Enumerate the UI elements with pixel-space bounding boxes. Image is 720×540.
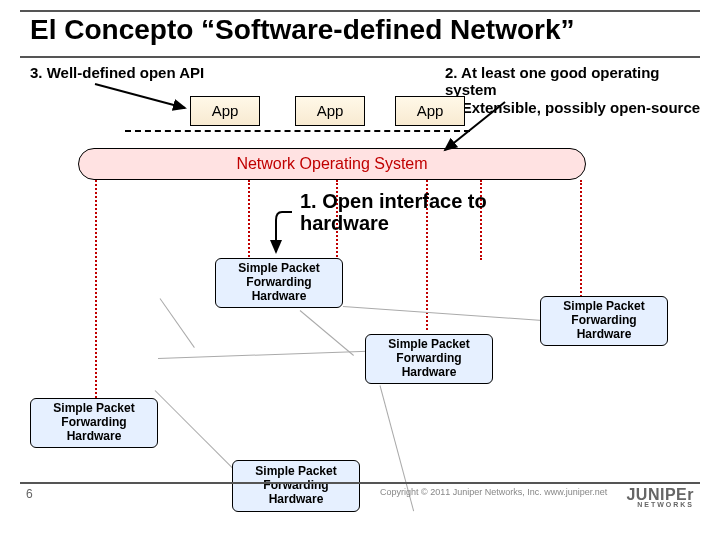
svg-line-0 xyxy=(95,84,185,108)
logo-subtext: NETWORKS xyxy=(626,501,694,508)
divider xyxy=(20,10,700,12)
app-box: App xyxy=(395,96,465,126)
annotation-os-line2: Extensible, possibly open-source xyxy=(462,99,700,116)
control-link xyxy=(248,180,250,260)
hw-link xyxy=(300,310,354,356)
hw-link xyxy=(158,351,368,359)
forwarding-hw-box: Simple Packet Forwarding Hardware xyxy=(232,460,360,512)
api-boundary-line xyxy=(125,130,470,132)
copyright: Copyright © 2011 Juniper Networks, Inc. … xyxy=(380,487,607,497)
annotation-hw-interface: 1. Open interface to hardware xyxy=(300,190,560,234)
hw-link xyxy=(343,306,543,321)
slide: El Concepto “Software-defined Network” 3… xyxy=(0,0,720,540)
forwarding-hw-box: Simple Packet Forwarding Hardware xyxy=(540,296,668,346)
hw-link xyxy=(155,390,241,476)
app-box: App xyxy=(190,96,260,126)
network-os-bar: Network Operating System xyxy=(78,148,586,180)
hw-link xyxy=(160,298,195,348)
juniper-logo: JUNIPEr NETWORKS xyxy=(626,486,694,508)
page-number: 6 xyxy=(26,487,33,501)
divider xyxy=(20,482,700,484)
divider xyxy=(20,56,700,58)
control-link xyxy=(95,180,97,410)
annotation-os-line1: 2. At least one good operating system xyxy=(445,64,659,98)
forwarding-hw-box: Simple Packet Forwarding Hardware xyxy=(365,334,493,384)
page-title: El Concepto “Software-defined Network” xyxy=(30,14,690,46)
app-box: App xyxy=(295,96,365,126)
forwarding-hw-box: Simple Packet Forwarding Hardware xyxy=(30,398,158,448)
annotation-os: 2. At least one good operating system Ex… xyxy=(445,64,712,116)
control-link xyxy=(580,180,582,300)
annotation-api: 3. Well-defined open API xyxy=(30,64,204,81)
forwarding-hw-box: Simple Packet Forwarding Hardware xyxy=(215,258,343,308)
